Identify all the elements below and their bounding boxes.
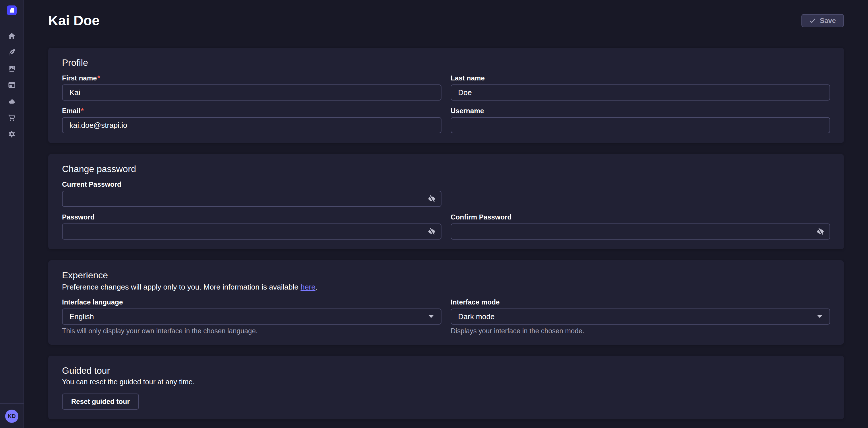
sidebar: KD: [0, 0, 24, 428]
profile-heading: Profile: [62, 57, 830, 68]
strapi-logo-icon[interactable]: [7, 5, 17, 15]
email-input[interactable]: [62, 117, 441, 133]
change-password-card: Change password Current Password: [48, 154, 844, 249]
username-input[interactable]: [451, 117, 830, 133]
last-name-field-group: Last name: [451, 74, 830, 101]
current-password-input[interactable]: [62, 191, 441, 207]
sidebar-item-media-library[interactable]: [4, 60, 19, 77]
cart-icon: [8, 114, 16, 121]
interface-language-value: English: [69, 312, 94, 321]
check-icon: [809, 18, 816, 24]
change-password-heading: Change password: [62, 164, 830, 174]
eye-off-icon: [428, 228, 436, 235]
sidebar-item-home[interactable]: [4, 28, 19, 44]
confirm-password-label: Confirm Password: [451, 213, 830, 221]
interface-mode-value: Dark mode: [458, 312, 495, 321]
page-title: Kai Doe: [48, 12, 100, 29]
page-header: Kai Doe Save: [48, 0, 844, 29]
home-icon: [8, 32, 16, 40]
eye-off-icon: [428, 195, 436, 203]
guided-tour-heading: Guided tour: [62, 365, 830, 376]
gear-icon: [8, 131, 16, 138]
interface-language-field-group: Interface language English This will onl…: [62, 298, 441, 335]
main-content: Kai Doe Save Profile First name* Last na…: [24, 0, 868, 428]
last-name-label: Last name: [451, 74, 830, 82]
profile-card: Profile First name* Last name Email* Use…: [48, 48, 844, 143]
interface-language-hint: This will only display your own interfac…: [62, 327, 441, 335]
eye-off-icon: [816, 228, 825, 235]
guided-tour-card: Guided tour You can reset the guided tou…: [48, 355, 844, 419]
experience-description: Preference changes will apply only to yo…: [62, 282, 830, 292]
interface-language-select[interactable]: English: [62, 309, 441, 324]
required-mark: *: [81, 107, 84, 115]
confirm-password-input[interactable]: [451, 224, 830, 239]
guided-tour-description: You can reset the guided tour at any tim…: [62, 377, 830, 386]
confirm-password-field-group: Confirm Password: [451, 213, 830, 239]
spacer-cell: [451, 180, 830, 207]
sidebar-logo-area: [0, 0, 24, 21]
chevron-down-icon: [428, 315, 434, 318]
password-field-group: Password: [62, 213, 441, 239]
interface-language-label: Interface language: [62, 298, 441, 306]
email-label: Email*: [62, 107, 441, 115]
sidebar-item-content-type-builder[interactable]: [4, 77, 19, 93]
sidebar-nav: [4, 28, 19, 142]
sidebar-item-settings[interactable]: [4, 126, 19, 142]
reset-guided-tour-button[interactable]: Reset guided tour: [62, 394, 139, 409]
experience-heading: Experience: [62, 270, 830, 280]
save-button[interactable]: Save: [801, 14, 844, 27]
interface-mode-hint: Displays your interface in the chosen mo…: [451, 327, 830, 335]
first-name-label: First name*: [62, 74, 441, 82]
user-avatar[interactable]: KD: [5, 409, 19, 423]
interface-mode-field-group: Interface mode Dark mode Displays your i…: [451, 298, 830, 335]
experience-card: Experience Preference changes will apply…: [48, 260, 844, 345]
media-library-icon: [8, 65, 16, 73]
first-name-input[interactable]: [62, 84, 441, 101]
layout-icon: [8, 81, 16, 89]
password-label: Password: [62, 213, 441, 221]
first-name-field-group: First name*: [62, 74, 441, 101]
toggle-password-visibility-button[interactable]: [425, 225, 439, 238]
username-label: Username: [451, 107, 830, 115]
feather-icon: [8, 49, 16, 56]
interface-mode-label: Interface mode: [451, 298, 830, 306]
sidebar-item-cloud[interactable]: [4, 93, 19, 109]
username-field-group: Username: [451, 107, 830, 133]
email-field-group: Email*: [62, 107, 441, 133]
sidebar-item-marketplace[interactable]: [4, 109, 19, 126]
current-password-field-group: Current Password: [62, 180, 441, 207]
toggle-current-password-visibility-button[interactable]: [425, 192, 439, 206]
password-input[interactable]: [62, 224, 441, 239]
required-mark: *: [97, 74, 100, 82]
sidebar-user-area: KD: [0, 403, 24, 428]
current-password-label: Current Password: [62, 180, 441, 189]
more-information-link[interactable]: here: [301, 283, 315, 291]
save-button-label: Save: [820, 17, 836, 25]
chevron-down-icon: [817, 315, 823, 318]
toggle-confirm-password-visibility-button[interactable]: [813, 225, 827, 238]
cloud-icon: [8, 98, 16, 105]
interface-mode-select[interactable]: Dark mode: [451, 309, 830, 324]
sidebar-item-content-manager[interactable]: [4, 44, 19, 60]
last-name-input[interactable]: [451, 84, 830, 101]
